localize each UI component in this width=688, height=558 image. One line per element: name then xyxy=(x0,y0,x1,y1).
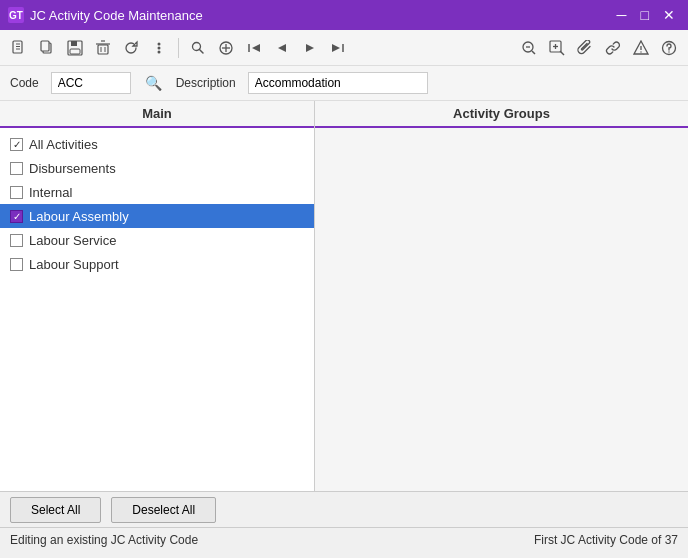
checkbox-labour-service[interactable] xyxy=(10,234,23,247)
code-label: Code xyxy=(10,76,39,90)
code-search-button[interactable]: 🔍 xyxy=(143,73,164,93)
svg-marker-27 xyxy=(332,44,340,52)
maximize-button[interactable]: □ xyxy=(636,6,654,24)
list-item-labour-service[interactable]: Labour Service xyxy=(0,228,314,252)
form-area: Code 🔍 Description xyxy=(0,66,688,101)
title-bar-controls: ─ □ ✕ xyxy=(612,6,680,24)
checkbox-labour-assembly[interactable] xyxy=(10,210,23,223)
label-labour-service: Labour Service xyxy=(29,233,116,248)
svg-rect-8 xyxy=(70,49,80,54)
svg-line-34 xyxy=(560,51,564,55)
description-input[interactable] xyxy=(248,72,428,94)
close-button[interactable]: ✕ xyxy=(658,6,680,24)
code-input[interactable] xyxy=(51,72,131,94)
link-button[interactable] xyxy=(600,37,626,59)
app-icon: GT xyxy=(8,7,24,23)
help-button[interactable] xyxy=(656,37,682,59)
filter-button[interactable] xyxy=(213,37,239,59)
content-area: Main All Activities Disbursements Intern… xyxy=(0,101,688,491)
window-title: JC Activity Code Maintenance xyxy=(30,8,203,23)
minimize-button[interactable]: ─ xyxy=(612,6,632,24)
title-bar: GT JC Activity Code Maintenance ─ □ ✕ xyxy=(0,0,688,30)
deselect-all-button[interactable]: Deselect All xyxy=(111,497,216,523)
status-right: First JC Activity Code of 37 xyxy=(534,533,678,547)
checkbox-internal[interactable] xyxy=(10,186,23,199)
list-item-all-activities[interactable]: All Activities xyxy=(0,132,314,156)
checkbox-disbursements[interactable] xyxy=(10,162,23,175)
description-label: Description xyxy=(176,76,236,90)
search-nav-button[interactable] xyxy=(185,37,211,59)
list-item-labour-assembly[interactable]: Labour Assembly xyxy=(0,204,314,228)
checkbox-all-activities[interactable] xyxy=(10,138,23,151)
svg-marker-23 xyxy=(252,44,260,52)
list-item-internal[interactable]: Internal xyxy=(0,180,314,204)
svg-rect-9 xyxy=(98,45,108,54)
zoom-out-button[interactable] xyxy=(516,37,542,59)
label-labour-assembly: Labour Assembly xyxy=(29,209,129,224)
first-button[interactable] xyxy=(241,37,267,59)
select-all-button[interactable]: Select All xyxy=(10,497,101,523)
label-disbursements: Disbursements xyxy=(29,161,116,176)
separator-1 xyxy=(178,38,179,58)
status-left: Editing an existing JC Activity Code xyxy=(10,533,198,547)
bottom-bar: Select All Deselect All xyxy=(0,491,688,527)
new-button[interactable] xyxy=(6,37,32,59)
svg-point-16 xyxy=(158,50,161,53)
prev-button[interactable] xyxy=(269,37,295,59)
paperclip-button[interactable] xyxy=(572,37,598,59)
left-panel: Main All Activities Disbursements Intern… xyxy=(0,101,315,491)
label-labour-support: Labour Support xyxy=(29,257,119,272)
svg-marker-25 xyxy=(306,44,314,52)
svg-point-15 xyxy=(158,46,161,49)
svg-rect-7 xyxy=(71,41,77,46)
right-panel: Activity Groups xyxy=(315,101,688,491)
save-button[interactable] xyxy=(62,37,88,59)
label-internal: Internal xyxy=(29,185,72,200)
status-bar: Editing an existing JC Activity Code Fir… xyxy=(0,527,688,551)
copy-button[interactable] xyxy=(34,37,60,59)
activity-groups-header: Activity Groups xyxy=(315,101,688,128)
alert-button[interactable] xyxy=(628,37,654,59)
label-all-activities: All Activities xyxy=(29,137,98,152)
next-button[interactable] xyxy=(297,37,323,59)
refresh-button[interactable] xyxy=(118,37,144,59)
zoom-in-button[interactable] xyxy=(544,37,570,59)
list-item-labour-support[interactable]: Labour Support xyxy=(0,252,314,276)
svg-line-30 xyxy=(532,51,535,54)
svg-point-14 xyxy=(158,42,161,45)
svg-marker-24 xyxy=(278,44,286,52)
svg-point-39 xyxy=(668,51,669,52)
svg-rect-5 xyxy=(41,41,49,51)
title-bar-left: GT JC Activity Code Maintenance xyxy=(8,7,203,23)
checkbox-labour-support[interactable] xyxy=(10,258,23,271)
toolbar-right xyxy=(516,37,682,59)
list-item-disbursements[interactable]: Disbursements xyxy=(0,156,314,180)
last-button[interactable] xyxy=(325,37,351,59)
svg-point-37 xyxy=(640,51,641,52)
toolbar xyxy=(0,30,688,66)
extra-button[interactable] xyxy=(146,37,172,59)
main-panel-header: Main xyxy=(0,101,314,128)
activity-list: All Activities Disbursements Internal La… xyxy=(0,128,314,491)
delete-button[interactable] xyxy=(90,37,116,59)
svg-line-18 xyxy=(200,49,204,53)
